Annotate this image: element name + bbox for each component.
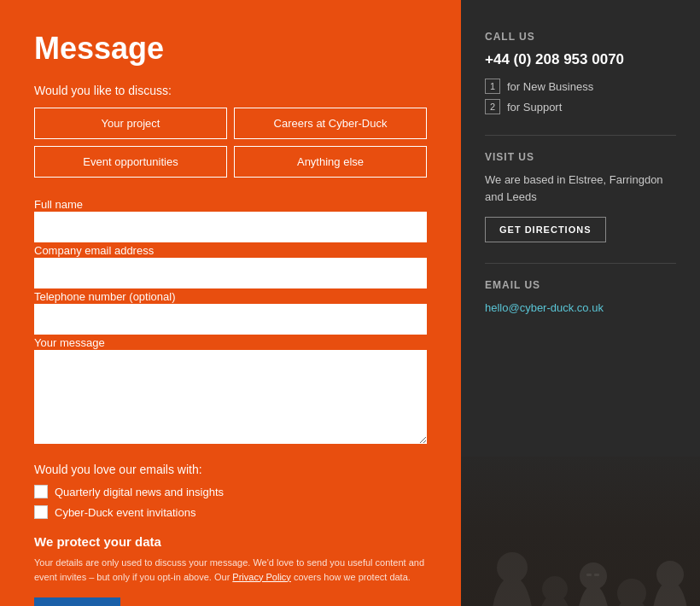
company-email-input[interactable] [34, 258, 427, 288]
full-name-input[interactable] [34, 212, 427, 242]
phone-label-new-business: for New Business [507, 80, 593, 93]
checkbox-events[interactable] [34, 505, 48, 519]
email-section-title: EMAIL US [485, 279, 676, 291]
message-label: Your message [34, 336, 105, 349]
checkbox-events-label: Cyber-Duck event invitations [55, 506, 195, 519]
get-directions-button[interactable]: GET DIRECTIONS [485, 217, 606, 242]
phone-number: +44 (0) 208 953 0070 [485, 51, 676, 68]
phone-badge-1: 1 [485, 79, 500, 94]
full-name-label: Full name [34, 198, 83, 211]
option-buttons-grid: Your project Careers at Cyber-Duck Event… [34, 108, 427, 178]
submit-button[interactable]: SUBMIT [34, 597, 120, 606]
visit-section-title: VISIT US [485, 151, 676, 163]
divider-1 [485, 135, 676, 136]
telephone-label: Telephone number (optional) [34, 290, 176, 303]
phone-label-support: for Support [507, 101, 562, 114]
phone-badge-2: 2 [485, 99, 500, 114]
phone-option-new-business: 1 for New Business [485, 79, 676, 94]
message-textarea[interactable] [34, 350, 427, 444]
checkbox-quarterly[interactable] [34, 485, 48, 498]
protect-title: We protect your data [34, 534, 427, 549]
checkbox-row-events[interactable]: Cyber-Duck event invitations [34, 505, 427, 519]
option-btn-your-project[interactable]: Your project [34, 108, 227, 139]
left-panel: Message Would you like to discuss: Your … [0, 0, 461, 606]
discuss-label: Would you like to discuss: [34, 84, 427, 97]
checkbox-row-quarterly[interactable]: Quarterly digital news and insights [34, 485, 427, 498]
telephone-input[interactable] [34, 304, 427, 335]
protect-text-after: covers how we protect data. [291, 572, 411, 582]
right-panel: CALL US +44 (0) 208 953 0070 1 for New B… [461, 0, 700, 606]
email-section-label: Would you love our emails with: [34, 463, 427, 476]
divider-2 [485, 263, 676, 264]
option-btn-careers[interactable]: Careers at Cyber-Duck [234, 108, 427, 139]
phone-option-support: 2 for Support [485, 99, 676, 114]
email-address-link[interactable]: hello@cyber-duck.co.uk [485, 301, 604, 314]
phone-options: 1 for New Business 2 for Support [485, 79, 676, 114]
company-email-label: Company email address [34, 244, 154, 257]
right-content: CALL US +44 (0) 208 953 0070 1 for New B… [485, 31, 676, 315]
option-btn-events[interactable]: Event opportunities [34, 146, 227, 178]
bg-overlay [461, 440, 700, 606]
privacy-policy-link[interactable]: Privacy Policy [232, 572, 290, 582]
protect-text: Your details are only used to discuss yo… [34, 556, 427, 584]
call-section-title: CALL US [485, 31, 676, 43]
checkbox-quarterly-label: Quarterly digital news and insights [55, 486, 224, 498]
option-btn-anything-else[interactable]: Anything else [234, 146, 427, 178]
visit-text: We are based in Elstree, Farringdon and … [485, 172, 676, 205]
page-title: Message [34, 31, 427, 67]
